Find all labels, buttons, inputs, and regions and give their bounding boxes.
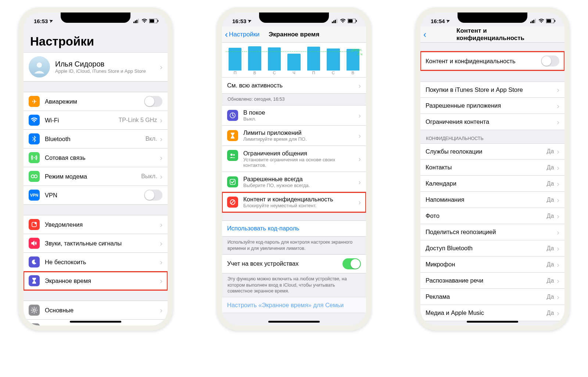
chart-day-label: С bbox=[327, 71, 340, 75]
cell-activity[interactable]: См. всю активность › bbox=[222, 78, 366, 94]
check-icon bbox=[227, 176, 238, 187]
cell-commlimits[interactable]: Ограничения общения Установите ограничен… bbox=[222, 146, 366, 172]
cell-media[interactable]: Медиа и Apple Music Да› bbox=[420, 305, 564, 321]
svg-line-18 bbox=[32, 308, 33, 309]
svg-rect-28 bbox=[335, 20, 336, 23]
cell-dnd[interactable]: Не беспокоить › bbox=[24, 253, 168, 272]
cell-shared[interactable]: Учет на всех устройствах bbox=[222, 254, 366, 273]
cell-downtime[interactable]: В покое Выкл. › bbox=[222, 105, 366, 126]
shared-footer: Эту функцию можно включить на любом устр… bbox=[222, 273, 366, 297]
cellular-icon bbox=[29, 152, 40, 163]
wifi-settings-icon bbox=[29, 115, 40, 126]
battery-icon bbox=[149, 18, 159, 24]
chevron-icon: › bbox=[557, 309, 559, 317]
cell-calendars[interactable]: Календари Да› bbox=[420, 176, 564, 192]
cell-contacts[interactable]: Контакты Да› bbox=[420, 159, 564, 176]
vpn-toggle[interactable] bbox=[144, 190, 162, 201]
svg-point-8 bbox=[33, 157, 35, 158]
cell-notifications[interactable]: Уведомления › bbox=[24, 215, 168, 234]
page-title: Настройки bbox=[24, 26, 168, 52]
wifi-icon bbox=[538, 18, 544, 24]
hotspot-icon bbox=[29, 171, 40, 182]
cell-bt-access[interactable]: Доступ Bluetooth Да› bbox=[420, 240, 564, 256]
bluetooth-icon bbox=[29, 133, 40, 144]
cell-ads[interactable]: Реклама Да› bbox=[420, 289, 564, 305]
notch bbox=[458, 12, 527, 23]
svg-rect-1 bbox=[135, 21, 136, 23]
gear-icon bbox=[29, 305, 40, 316]
cell-passcode[interactable]: Использовать код-пароль bbox=[222, 220, 366, 237]
cell-applimits[interactable]: Лимиты приложений Лимитируйте время для … bbox=[222, 126, 366, 146]
cell-location[interactable]: Службы геолокации Да› bbox=[420, 143, 564, 159]
svg-rect-26 bbox=[332, 22, 333, 23]
chevron-icon: › bbox=[358, 132, 361, 139]
cell-hotspot[interactable]: Режим модема Выкл. › bbox=[24, 167, 168, 186]
cell-family[interactable]: Настроить «Экранное время» для Семьи bbox=[222, 297, 366, 313]
downtime-icon bbox=[227, 110, 238, 121]
cell-content-privacy[interactable]: Контент и конфиденциальность Блокируйте … bbox=[222, 192, 366, 212]
airplane-toggle[interactable] bbox=[144, 96, 162, 107]
chevron-icon: › bbox=[358, 112, 361, 119]
cell-microphone[interactable]: Микрофон Да› bbox=[420, 256, 564, 273]
svg-point-10 bbox=[34, 175, 37, 178]
chart-bar bbox=[287, 54, 300, 71]
back-button[interactable]: ‹ bbox=[423, 29, 426, 40]
cell-sounds[interactable]: Звуки, тактильные сигналы › bbox=[24, 234, 168, 253]
profile-name: Илья Сидоров bbox=[55, 60, 160, 68]
shared-toggle[interactable] bbox=[343, 258, 361, 269]
cell-content-toggle[interactable]: Контент и конфиденциальность bbox=[420, 51, 564, 71]
cell-cellular[interactable]: Сотовая связь › bbox=[24, 148, 168, 167]
chart-day-label: С bbox=[268, 71, 281, 75]
svg-rect-44 bbox=[547, 19, 551, 22]
cell-purchases[interactable]: Покупки в iTunes Store и App Store › bbox=[420, 82, 564, 98]
svg-line-19 bbox=[36, 312, 36, 312]
chevron-icon: › bbox=[557, 293, 559, 301]
profile-sub: Apple ID, iCloud, iTunes Store и App Sto… bbox=[55, 68, 160, 74]
location-icon: ➤ bbox=[445, 18, 451, 24]
svg-point-9 bbox=[31, 175, 34, 178]
dnd-icon bbox=[29, 256, 40, 268]
svg-line-21 bbox=[36, 308, 36, 309]
svg-rect-29 bbox=[336, 19, 337, 23]
usage-chart: средн.4 ч ПВСЧПСВ bbox=[222, 43, 366, 78]
cell-allowed-apps[interactable]: Разрешенные приложения › bbox=[420, 98, 564, 114]
svg-rect-27 bbox=[333, 21, 334, 23]
chevron-icon: › bbox=[557, 118, 559, 126]
chart-day-label: П bbox=[307, 71, 320, 75]
chevron-icon: › bbox=[160, 306, 162, 314]
hourglass-icon bbox=[227, 130, 238, 141]
chevron-icon: › bbox=[557, 245, 559, 252]
svg-point-12 bbox=[35, 222, 37, 224]
bt-value: Вкл. bbox=[146, 136, 157, 142]
control-center-icon bbox=[29, 323, 40, 326]
status-time: 16:54 bbox=[431, 18, 445, 24]
cell-share-location[interactable]: Поделиться геопозицией › bbox=[420, 224, 564, 240]
profile-cell[interactable]: Илья Сидоров Apple ID, iCloud, iTunes St… bbox=[24, 52, 168, 82]
chart-bar bbox=[268, 47, 281, 71]
chevron-icon: › bbox=[160, 221, 162, 228]
cell-airplane[interactable]: ✈ Авиарежим bbox=[24, 92, 168, 111]
screentime-icon bbox=[29, 275, 40, 286]
chevron-icon: › bbox=[557, 196, 559, 204]
svg-rect-6 bbox=[158, 20, 158, 22]
cell-photos[interactable]: Фото Да› bbox=[420, 208, 564, 224]
cell-general[interactable]: Основные › bbox=[24, 301, 168, 320]
phone-screentime: 16:53 ➤ ‹ Настройки Экранное время с bbox=[217, 7, 371, 331]
cell-screentime[interactable]: Экранное время › bbox=[24, 272, 168, 290]
cell-vpn[interactable]: VPN VPN bbox=[24, 186, 168, 205]
chart-day-label: Ч bbox=[287, 71, 300, 75]
content-toggle[interactable] bbox=[541, 55, 559, 67]
cell-wifi[interactable]: Wi-Fi TP-Link 5 GHz › bbox=[24, 111, 168, 130]
cell-content-restrict[interactable]: Ограничения контента › bbox=[420, 114, 564, 130]
avatar bbox=[29, 56, 50, 78]
chevron-icon: › bbox=[557, 277, 559, 284]
cell-reminders[interactable]: Напоминания Да› bbox=[420, 192, 564, 208]
cell-speech[interactable]: Распознавание речи Да› bbox=[420, 273, 564, 289]
chevron-icon: › bbox=[160, 63, 162, 71]
location-icon: ➤ bbox=[49, 18, 54, 24]
back-button[interactable]: ‹ Настройки bbox=[225, 29, 259, 40]
cell-allowed[interactable]: Разрешенные всегда Выберите ПО, нужное в… bbox=[222, 172, 366, 192]
notifications-icon bbox=[29, 219, 40, 230]
cell-bluetooth[interactable]: Bluetooth Вкл. › bbox=[24, 130, 168, 148]
status-time: 16:53 bbox=[34, 18, 48, 24]
